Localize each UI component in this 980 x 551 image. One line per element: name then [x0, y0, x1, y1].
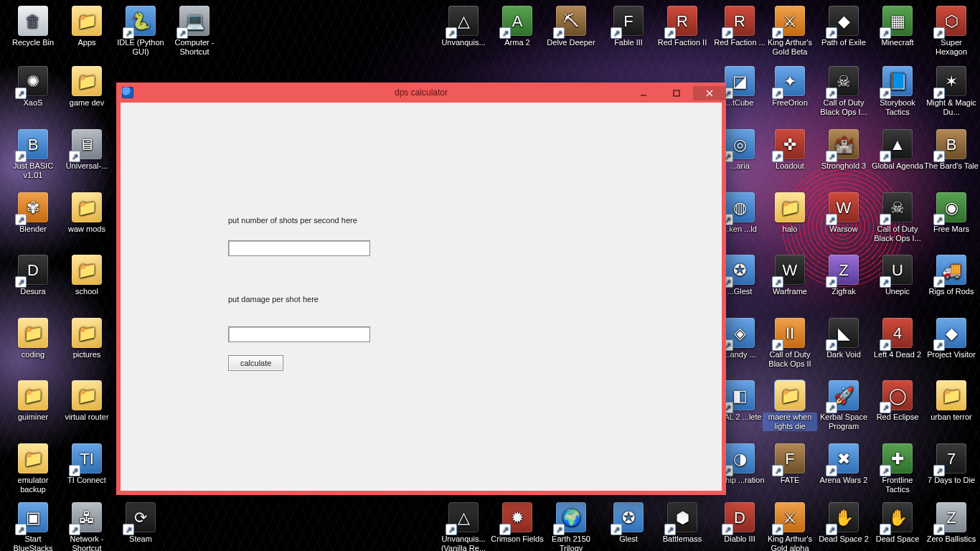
desktop-icon[interactable]: ✜↗Loadout [763, 129, 817, 171]
desktop-icon[interactable]: U↗Unepic [870, 255, 925, 296]
desktop-icon-label: maere when lights die [763, 413, 817, 431]
damage-input[interactable] [228, 326, 370, 342]
desktop-icon[interactable]: 📁maere when lights die [763, 380, 817, 431]
desktop-icon-label: Global Agenda [870, 161, 925, 171]
desktop-icon[interactable]: ▣↗Start BlueStacks [6, 502, 60, 551]
app-icon [122, 87, 133, 98]
desktop-icon[interactable]: ⬡↗Super Hexagon [924, 6, 979, 57]
app-icon: 📁 [72, 255, 102, 285]
desktop-icon[interactable]: 📁pictures [60, 318, 114, 359]
desktop-icon[interactable]: ◆↗Path of Exile [816, 6, 871, 47]
desktop-icon[interactable]: 📁halo [763, 192, 817, 234]
desktop-icon-label: Blender [6, 225, 60, 234]
desktop-icon[interactable]: F↗FATE [763, 443, 817, 485]
desktop-icon[interactable]: ✦↗FreeOrion [763, 66, 817, 108]
desktop-icon[interactable]: D↗Desura [6, 255, 60, 296]
shortcut-overlay-icon: ↗ [826, 276, 837, 288]
desktop-icon[interactable]: ✶↗Might & Magic Du... [924, 66, 979, 117]
shortcut-overlay-icon: ↗ [499, 27, 511, 39]
app-icon: F↗ [775, 443, 805, 474]
shortcut-overlay-icon: ↗ [933, 276, 945, 288]
desktop-icon[interactable]: 🚀↗Kerbal Space Program [816, 380, 871, 431]
shortcut-overlay-icon: ↗ [933, 465, 945, 476]
desktop-icon[interactable]: ✖↗Arena Wars 2 [816, 443, 871, 485]
desktop-icon[interactable]: △↗Unvanquis... (Vanilla Re... [436, 502, 491, 551]
desktop-icon[interactable]: R↗Red Faction ... [712, 6, 767, 47]
desktop-icon[interactable]: A↗Arma 2 [490, 6, 545, 47]
desktop-icon[interactable]: W↗Warframe [763, 255, 817, 296]
app-icon: ✪↗ [613, 502, 644, 532]
titlebar[interactable]: dps calculator [116, 83, 726, 103]
calculate-button[interactable]: calculate [228, 355, 283, 371]
desktop-icon[interactable]: 🌍↗Earth 2150 Trilogy [544, 502, 598, 551]
desktop-icon-label: FreeOrion [763, 98, 817, 108]
desktop-icon[interactable]: ✋↗Dead Space 2 [816, 502, 871, 544]
desktop-icon[interactable]: B↗Just BASIC v1.01 [6, 129, 60, 180]
app-icon: ✶↗ [936, 66, 966, 96]
desktop-icon[interactable]: ▦↗Minecraft [870, 6, 925, 47]
desktop-icon[interactable]: 🐍↗IDLE (Python GUI) [113, 6, 168, 57]
desktop-icon[interactable]: ✾↗Blender [6, 192, 60, 234]
shots-input[interactable] [228, 240, 370, 256]
desktop-icon[interactable]: ▲↗Global Agenda [870, 129, 925, 171]
desktop-icon[interactable]: Z↗Zero Ballistics [924, 502, 979, 544]
desktop-icon[interactable]: ⟳↗Steam [113, 502, 168, 544]
desktop-icon-label: Call of Duty Black Ops I... [816, 98, 871, 117]
desktop-icon[interactable]: 📁waw mods [60, 192, 114, 234]
desktop-icon[interactable]: ⚔↗King Arthur's Gold alpha [763, 502, 817, 551]
shortcut-overlay-icon: ↗ [826, 214, 837, 225]
maximize-button[interactable] [660, 86, 693, 100]
desktop-icon[interactable]: △↗Unvanquis... [436, 6, 491, 47]
desktop-icon[interactable]: 📁urban terror [924, 380, 979, 422]
app-icon: A↗ [502, 6, 532, 36]
desktop-icon[interactable]: ✹↗Crimson Fields [490, 502, 545, 544]
desktop-icon[interactable]: Z↗Zigfrak [816, 255, 871, 296]
desktop-icon[interactable]: 📁school [60, 255, 114, 296]
desktop-icon[interactable]: 💻↗Computer - Shortcut [167, 6, 222, 57]
desktop-icon[interactable]: R↗Red Faction II [655, 6, 710, 47]
desktop-icon[interactable]: ⛏↗Delve Deeper [544, 6, 598, 47]
desktop-icon[interactable]: 📁guiminer [6, 380, 60, 422]
shortcut-overlay-icon: ↗ [826, 27, 837, 39]
desktop-icon[interactable]: ✋↗Dead Space [870, 502, 925, 544]
desktop-icon[interactable]: 🚚↗Rigs of Rods [924, 255, 979, 296]
shortcut-overlay-icon: ↗ [446, 27, 457, 39]
app-icon: ⚔↗ [775, 502, 805, 532]
desktop-icon[interactable]: D↗Diablo III [712, 502, 767, 544]
minimize-button[interactable] [627, 86, 660, 100]
desktop-icon[interactable]: W↗Warsow [816, 192, 871, 234]
desktop-icon[interactable]: 🏰↗Stronghold 3 [816, 129, 871, 171]
desktop-icon[interactable]: 4↗Left 4 Dead 2 [870, 318, 925, 359]
desktop-icon[interactable]: 📁emulator backup [6, 443, 60, 494]
desktop-icon[interactable]: 📘↗Storybook Tactics [870, 66, 925, 117]
app-icon: 7↗ [936, 443, 966, 474]
desktop-icon[interactable]: 🖧↗Network - Shortcut [60, 502, 114, 551]
desktop-icon[interactable]: 🗑Recycle Bin [6, 6, 60, 47]
desktop-icon[interactable]: ◆↗Project Visitor [924, 318, 979, 359]
desktop-icon-label: Super Hexagon [924, 38, 979, 57]
desktop-icon[interactable]: ✚↗Frontline Tactics [870, 443, 925, 494]
desktop-icon[interactable]: ⚔↗King Arthur's Gold Beta [763, 6, 817, 57]
desktop-icon[interactable]: ✪↗Glest [601, 502, 656, 544]
desktop-icon[interactable]: ✺↗XaoS [6, 66, 60, 108]
desktop-icon-label: Zigfrak [816, 287, 871, 296]
desktop-icon[interactable]: ◯↗Red Eclipse [870, 380, 925, 422]
desktop-icon[interactable]: TI↗TI Connect [60, 443, 114, 485]
desktop-icon[interactable]: B↗The Bard's Tale [924, 129, 979, 171]
desktop-icon[interactable]: F↗Fable III [601, 6, 656, 47]
app-icon: 📁 [18, 380, 48, 410]
desktop-icon[interactable]: ☠↗Call of Duty Black Ops I... [816, 66, 871, 117]
desktop-icon[interactable]: ☠↗Call of Duty Black Ops I... [870, 192, 925, 243]
desktop-icon[interactable]: 🖥↗Universal-... [60, 129, 114, 171]
desktop-icon[interactable]: II↗Call of Duty Black Ops II [763, 318, 817, 369]
desktop-icon[interactable]: 📁game dev [60, 66, 114, 108]
desktop-icon[interactable]: ⬢↗Battlemass [655, 502, 710, 544]
desktop-icon[interactable]: 📁coding [6, 318, 60, 359]
desktop-icon[interactable]: 📁Apps [60, 6, 114, 47]
desktop-icon[interactable]: 7↗7 Days to Die [924, 443, 979, 485]
desktop-icon[interactable]: ◣↗Dark Void [816, 318, 871, 359]
close-button[interactable] [693, 86, 726, 100]
desktop-icon[interactable]: ◉↗Free Mars [924, 192, 979, 234]
desktop-icon-label: Recycle Bin [6, 38, 60, 47]
desktop-icon[interactable]: 📁virtual router [60, 380, 114, 422]
